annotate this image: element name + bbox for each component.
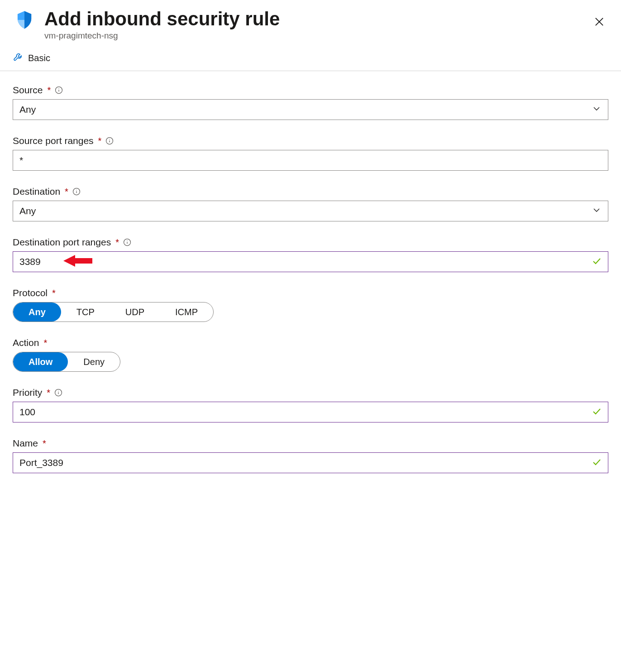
info-icon[interactable] bbox=[54, 388, 63, 397]
required-asterisk: * bbox=[43, 439, 46, 448]
add-inbound-security-rule-panel: Add inbound security rule vm-pragimtech-… bbox=[0, 0, 621, 507]
name-label: Name bbox=[13, 438, 38, 449]
action-option-allow[interactable]: Allow bbox=[13, 352, 68, 371]
required-asterisk: * bbox=[115, 238, 119, 247]
field-protocol: Protocol * Any TCP UDP ICMP bbox=[13, 288, 608, 322]
svg-point-4 bbox=[59, 88, 59, 89]
field-source: Source * Any bbox=[13, 85, 608, 120]
svg-point-13 bbox=[127, 240, 127, 241]
info-icon[interactable] bbox=[54, 86, 63, 95]
destination-label: Destination bbox=[13, 186, 60, 197]
source-port-ranges-input[interactable] bbox=[13, 150, 608, 171]
field-priority: Priority * bbox=[13, 387, 608, 422]
source-label: Source bbox=[13, 85, 43, 96]
page-title: Add inbound security rule bbox=[44, 8, 280, 30]
required-asterisk: * bbox=[65, 187, 68, 196]
rule-form: Source * Any Source port ranges * bbox=[0, 71, 621, 473]
required-asterisk: * bbox=[43, 338, 47, 347]
priority-input[interactable] bbox=[13, 402, 608, 422]
info-icon[interactable] bbox=[123, 238, 132, 247]
basic-toggle-button[interactable]: Basic bbox=[28, 53, 50, 63]
svg-marker-14 bbox=[63, 255, 92, 267]
field-name: Name * bbox=[13, 438, 608, 473]
panel-header: Add inbound security rule vm-pragimtech-… bbox=[0, 0, 621, 41]
wrench-icon bbox=[13, 52, 24, 64]
field-destination-port-ranges: Destination port ranges * bbox=[13, 237, 608, 272]
action-label: Action bbox=[13, 337, 39, 348]
annotation-arrow-icon bbox=[63, 254, 92, 269]
info-icon[interactable] bbox=[72, 187, 81, 196]
resource-subtitle: vm-pragimtech-nsg bbox=[44, 31, 280, 41]
name-input[interactable] bbox=[13, 452, 608, 473]
svg-point-10 bbox=[76, 190, 76, 190]
svg-point-7 bbox=[110, 139, 110, 139]
destination-select[interactable]: Any bbox=[13, 201, 608, 221]
priority-label: Priority bbox=[13, 387, 42, 398]
field-action: Action * Allow Deny bbox=[13, 337, 608, 372]
required-asterisk: * bbox=[48, 86, 51, 95]
close-button[interactable] bbox=[590, 13, 608, 32]
required-asterisk: * bbox=[98, 136, 102, 145]
protocol-option-icmp[interactable]: ICMP bbox=[160, 302, 213, 322]
protocol-segmented: Any TCP UDP ICMP bbox=[13, 302, 214, 322]
protocol-label: Protocol bbox=[13, 288, 48, 298]
required-asterisk: * bbox=[47, 388, 50, 397]
action-option-deny[interactable]: Deny bbox=[68, 352, 120, 371]
info-icon[interactable] bbox=[105, 136, 114, 145]
toolbar: Basic bbox=[0, 41, 621, 71]
required-asterisk: * bbox=[52, 288, 56, 298]
protocol-option-any[interactable]: Any bbox=[13, 302, 61, 322]
close-icon bbox=[593, 23, 606, 29]
svg-point-17 bbox=[58, 391, 58, 391]
field-source-port-ranges: Source port ranges * bbox=[13, 135, 608, 171]
protocol-option-tcp[interactable]: TCP bbox=[61, 302, 110, 322]
shield-icon bbox=[13, 8, 36, 34]
source-port-ranges-label: Source port ranges bbox=[13, 135, 94, 146]
field-destination: Destination * Any bbox=[13, 186, 608, 221]
destination-port-ranges-input[interactable] bbox=[13, 251, 608, 272]
destination-port-ranges-label: Destination port ranges bbox=[13, 237, 111, 248]
source-select[interactable]: Any bbox=[13, 99, 608, 120]
action-segmented: Allow Deny bbox=[13, 352, 120, 372]
protocol-option-udp[interactable]: UDP bbox=[110, 302, 160, 322]
